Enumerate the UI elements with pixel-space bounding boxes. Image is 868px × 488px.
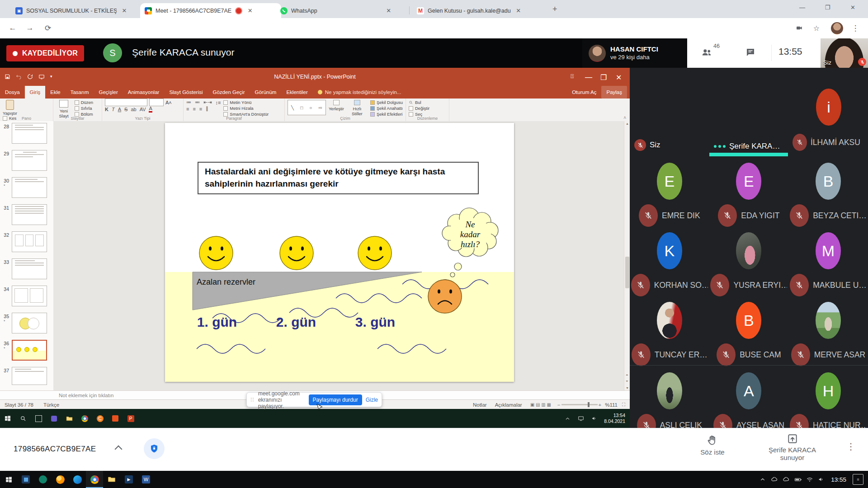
ribbon-options-icon[interactable]: ⍐ (571, 73, 574, 80)
indent-icons[interactable]: ⇤⇥ (203, 99, 212, 105)
meeting-safety-icon[interactable] (144, 438, 165, 459)
window-minimize-button[interactable]: — (792, 0, 812, 14)
align-center-icon[interactable]: ≡ (193, 106, 195, 112)
other-participants-tile[interactable]: HASAN CIFTCI ve 29 kişi daha (582, 38, 687, 68)
shared-app-orange[interactable] (108, 411, 123, 426)
shared-tray-chevron-icon[interactable] (561, 416, 573, 422)
tray-cloud-icon[interactable] (780, 476, 792, 483)
tile-eda[interactable]: E EDA YIGIT (709, 156, 789, 227)
find-button[interactable]: Bul (409, 100, 429, 105)
pp-tab-tasarim[interactable]: Tasarım (66, 86, 94, 99)
meeting-code[interactable]: 1798566AC7CB9E7AE (14, 445, 96, 454)
layout-button[interactable]: Düzen (75, 100, 93, 105)
view-buttons[interactable]: ▣ ▤ ▥ ▦ (530, 402, 551, 407)
pp-tab-eklentiler[interactable]: Eklentiler (281, 86, 312, 99)
collapse-ribbon-icon[interactable]: ˄ (623, 115, 626, 120)
tab-meet[interactable]: Meet - 1798566AC7CB9E7AE ✕ (140, 3, 281, 18)
raise-hand-button[interactable]: Söz iste (700, 435, 725, 456)
presenting-status-button[interactable]: Şerife KARACA sunuyor (764, 433, 821, 461)
slide-thumbnail[interactable] (12, 286, 47, 306)
more-options-icon[interactable]: ⋮ (846, 441, 855, 452)
next-slide-icon[interactable]: ⏷ (626, 380, 628, 383)
tile-asli[interactable]: ASLI CELIK (630, 366, 709, 436)
slide-thumbnail[interactable] (12, 313, 47, 333)
tray-chevron-icon[interactable] (757, 476, 769, 483)
pp-tab-animasyonlar[interactable]: Animasyonlar (123, 86, 165, 99)
tile-hatice[interactable]: H HATICE NUR… (788, 366, 868, 436)
character-spacing-button[interactable]: AV (140, 107, 146, 112)
video-tile-siz[interactable]: Siz (630, 68, 708, 156)
taskbar-clock[interactable]: 13:55 (831, 476, 846, 483)
zoom-slider[interactable] (561, 404, 598, 405)
tile-tuncay[interactable]: TUNCAY ER… (630, 296, 709, 366)
shared-task-view-icon[interactable] (31, 411, 46, 426)
slide-thumbnail-selected[interactable] (12, 340, 47, 361)
shared-start-button[interactable] (0, 411, 15, 426)
window-restore-button[interactable]: ❐ (817, 0, 838, 14)
tile-ilhami[interactable]: i İLHAMİ AKSU (789, 68, 868, 156)
comments-toggle[interactable]: Açıklamalar (495, 402, 522, 408)
shape-fill-button[interactable]: Şekil Dolgusu (370, 100, 403, 105)
paste-button[interactable]: Yapıştır (3, 100, 17, 116)
camera-blocked-icon[interactable] (793, 22, 806, 34)
align-text-button[interactable]: Metni Hizala (223, 106, 269, 111)
slide-thumbnail[interactable] (12, 204, 47, 225)
pp-tab-giris[interactable]: Giriş (25, 86, 46, 99)
hide-button[interactable]: Gizle (366, 397, 378, 403)
tile-buse[interactable]: B BUSE CAM (709, 296, 789, 366)
tell-me-box[interactable]: Ne yapmak istediğinizi söyleyin... (313, 86, 406, 99)
forward-icon[interactable]: → (24, 22, 36, 34)
tile-emre[interactable]: E EMRE DIK (630, 156, 709, 227)
shared-app-pen[interactable] (46, 411, 61, 426)
slide-heading[interactable]: Hastalardaki ani değişimlere ve kötüye g… (198, 162, 479, 194)
text-shadow-button[interactable]: ab (131, 107, 136, 112)
window-close-button[interactable]: ✕ (843, 0, 863, 14)
app-media[interactable]: ▶ (120, 471, 137, 488)
strikethrough-button[interactable]: S (124, 107, 127, 112)
meeting-details-chevron-icon[interactable] (115, 446, 123, 453)
columns-icon[interactable]: ∥ (206, 106, 208, 112)
tab-whatsapp[interactable]: WhatsApp ✕ (276, 3, 416, 18)
tray-battery-icon[interactable] (792, 476, 804, 483)
app-edge[interactable] (69, 471, 86, 488)
pp-tab-dosya[interactable]: Dosya (0, 86, 25, 99)
prev-slide-icon[interactable]: ⏶ (626, 373, 628, 377)
italic-button[interactable]: T (112, 107, 115, 112)
app-word[interactable]: W (137, 471, 155, 488)
font-name-select[interactable] (105, 99, 147, 106)
new-slide-button[interactable]: Yeni Slayt (56, 100, 71, 118)
tile-yusra[interactable]: YUSRA ERYI… (709, 226, 789, 296)
tab-gmail[interactable]: M Gelen Kutusu - gulsah.kale@adu ✕ (412, 3, 546, 18)
quick-styles-button[interactable]: Hızlı Stiller (349, 100, 366, 116)
share-button[interactable]: Paylaş (601, 86, 627, 99)
pp-tab-gorunum[interactable]: Görünüm (250, 86, 281, 99)
drag-handle-icon[interactable]: ⁞⁞ (250, 397, 255, 403)
pp-tab-slayt-gosterisi[interactable]: Slayt Gösterisi (164, 86, 208, 99)
text-direction-button[interactable]: Metin Yönü (223, 100, 269, 105)
video-tile-serife[interactable]: Şerife KARA… (709, 68, 788, 156)
replace-button[interactable]: Değiştir (409, 106, 429, 111)
arrange-button[interactable]: Yerleştir (329, 100, 344, 111)
tile-beyza[interactable]: B BEYZA CETI… (788, 156, 868, 227)
shared-tray-display-icon[interactable] (575, 415, 587, 422)
align-left-icon[interactable]: ≡ (186, 106, 189, 112)
tile-aysel[interactable]: A AYSEL ASAN (709, 366, 789, 436)
bookmark-star-icon[interactable]: ☆ (810, 22, 823, 34)
reload-icon[interactable]: ⟳ (42, 22, 54, 34)
slide-thumbnail[interactable] (12, 123, 47, 144)
slide-thumbnail[interactable] (12, 231, 47, 252)
self-view-thumbnail[interactable]: Siz (821, 38, 868, 68)
slide-thumbnail[interactable] (12, 177, 47, 198)
chat-icon[interactable] (745, 47, 756, 58)
pp-restore-icon[interactable]: ❐ (600, 73, 607, 82)
reset-button[interactable]: Sıfırla (75, 106, 93, 111)
new-tab-button[interactable]: + (552, 5, 557, 14)
tab-close-icon[interactable]: ✕ (246, 7, 254, 14)
tab-sosyal-sorumluluk[interactable]: ▣ SOSYAL SORUMLULUK - ETKİLEŞ ✕ (11, 3, 143, 18)
zoom-in-icon[interactable]: + (599, 402, 602, 408)
profile-avatar[interactable] (831, 22, 843, 34)
bullets-icon[interactable]: ≔ (186, 99, 191, 105)
participants-icon[interactable] (701, 47, 712, 58)
shape-outline-button[interactable]: Şekil Anahattı (370, 106, 403, 111)
shared-search-icon[interactable] (15, 411, 31, 426)
